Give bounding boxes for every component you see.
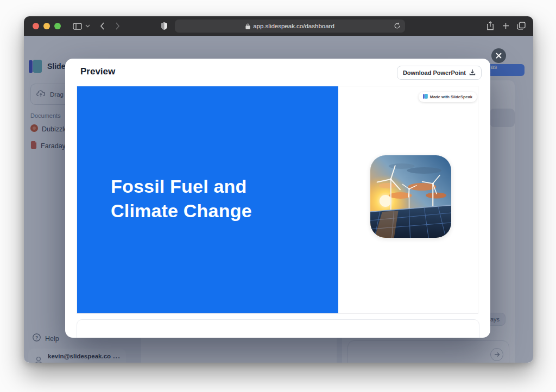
- close-icon: [496, 51, 502, 61]
- new-tab-icon[interactable]: [502, 22, 509, 29]
- download-powerpoint-button[interactable]: Download PowerPoint: [397, 66, 482, 80]
- reload-icon[interactable]: [394, 22, 401, 29]
- url-bar[interactable]: app.slidespeak.co/dashboard: [175, 20, 405, 33]
- sidebar-toggle-icon[interactable]: [73, 23, 82, 30]
- slidespeak-logo-icon: [423, 94, 428, 100]
- url-text: app.slidespeak.co/dashboard: [253, 23, 334, 29]
- close-modal-button[interactable]: [491, 48, 506, 63]
- chevron-down-icon[interactable]: [85, 24, 90, 28]
- browser-toolbar: app.slidespeak.co/dashboard: [24, 16, 533, 36]
- slide-title-text: Fossil Fuel and Climate Change: [111, 174, 285, 223]
- tabs-overview-icon[interactable]: [517, 22, 526, 30]
- browser-window: app.slidespeak.co/dashboard: [24, 16, 533, 363]
- download-button-label: Download PowerPoint: [403, 69, 466, 76]
- share-icon[interactable]: [486, 21, 494, 30]
- slide-preview: Fossil Fuel and Climate Change Made with…: [77, 86, 478, 314]
- shield-icon[interactable]: [161, 22, 168, 30]
- traffic-minimize-button[interactable]: [43, 23, 50, 29]
- renewable-energy-image: [370, 155, 451, 238]
- traffic-zoom-button[interactable]: [54, 23, 61, 29]
- lock-icon: [245, 23, 250, 29]
- forward-icon[interactable]: [115, 22, 120, 30]
- slide-title-panel: Fossil Fuel and Climate Change: [77, 86, 338, 314]
- traffic-close-button[interactable]: [33, 23, 39, 29]
- badge-label: Made with SlideSpeak: [430, 94, 472, 99]
- made-with-slidespeak-badge: Made with SlideSpeak: [419, 92, 477, 102]
- back-icon[interactable]: [100, 22, 105, 30]
- download-icon: [469, 69, 476, 77]
- preview-modal: Preview Download PowerPoint Fossil Fuel …: [65, 59, 490, 338]
- modal-title: Preview: [80, 66, 115, 77]
- next-slide-card: [77, 319, 479, 338]
